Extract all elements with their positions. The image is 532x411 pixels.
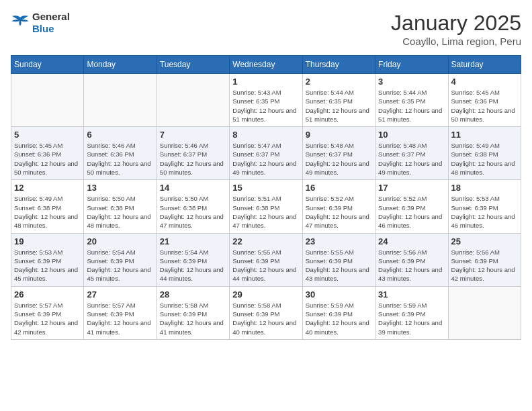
day-info: Sunrise: 5:56 AMSunset: 6:39 PMDaylight:… bbox=[451, 248, 518, 283]
day-info: Sunrise: 5:58 AMSunset: 6:39 PMDaylight:… bbox=[232, 301, 299, 336]
logo-text: General Blue bbox=[32, 11, 70, 35]
day-info: Sunrise: 5:44 AMSunset: 6:35 PMDaylight:… bbox=[378, 88, 445, 124]
day-info: Sunrise: 5:46 AMSunset: 6:36 PMDaylight:… bbox=[87, 141, 153, 177]
day-info: Sunrise: 5:53 AMSunset: 6:39 PMDaylight:… bbox=[14, 248, 81, 283]
day-number: 27 bbox=[87, 289, 153, 300]
day-number: 3 bbox=[378, 77, 445, 87]
calendar-week-row: 19Sunrise: 5:53 AMSunset: 6:39 PMDayligh… bbox=[11, 233, 521, 286]
weekday-header: Friday bbox=[375, 56, 448, 74]
calendar-cell: 6Sunrise: 5:46 AMSunset: 6:36 PMDaylight… bbox=[84, 127, 157, 180]
calendar-cell: 25Sunrise: 5:56 AMSunset: 6:39 PMDayligh… bbox=[448, 233, 521, 286]
calendar-week-row: 5Sunrise: 5:45 AMSunset: 6:36 PMDaylight… bbox=[11, 127, 521, 180]
calendar-cell: 15Sunrise: 5:51 AMSunset: 6:38 PMDayligh… bbox=[230, 180, 302, 233]
day-number: 10 bbox=[378, 130, 445, 140]
day-info: Sunrise: 5:47 AMSunset: 6:37 PMDaylight:… bbox=[232, 141, 299, 177]
day-number: 14 bbox=[160, 183, 226, 193]
calendar-cell: 4Sunrise: 5:45 AMSunset: 6:36 PMDaylight… bbox=[448, 74, 521, 127]
calendar-cell: 9Sunrise: 5:48 AMSunset: 6:37 PMDaylight… bbox=[302, 127, 375, 180]
day-info: Sunrise: 5:53 AMSunset: 6:39 PMDaylight:… bbox=[451, 194, 518, 230]
calendar-cell bbox=[11, 74, 84, 127]
calendar-cell: 2Sunrise: 5:44 AMSunset: 6:35 PMDaylight… bbox=[302, 74, 375, 127]
day-info: Sunrise: 5:51 AMSunset: 6:38 PMDaylight:… bbox=[232, 194, 299, 230]
day-info: Sunrise: 5:58 AMSunset: 6:39 PMDaylight:… bbox=[160, 301, 226, 336]
calendar-cell: 27Sunrise: 5:57 AMSunset: 6:39 PMDayligh… bbox=[84, 286, 157, 339]
day-info: Sunrise: 5:56 AMSunset: 6:39 PMDaylight:… bbox=[378, 248, 445, 283]
calendar-cell: 7Sunrise: 5:46 AMSunset: 6:37 PMDaylight… bbox=[157, 127, 229, 180]
day-info: Sunrise: 5:49 AMSunset: 6:38 PMDaylight:… bbox=[451, 141, 518, 177]
day-info: Sunrise: 5:49 AMSunset: 6:38 PMDaylight:… bbox=[14, 194, 81, 230]
day-info: Sunrise: 5:45 AMSunset: 6:36 PMDaylight:… bbox=[14, 141, 81, 177]
day-number: 16 bbox=[306, 183, 372, 193]
logo-general: General bbox=[32, 11, 70, 22]
weekday-header: Thursday bbox=[302, 56, 375, 74]
weekday-header: Tuesday bbox=[157, 56, 229, 74]
day-info: Sunrise: 5:48 AMSunset: 6:37 PMDaylight:… bbox=[306, 141, 372, 177]
day-number: 20 bbox=[87, 236, 153, 246]
calendar-cell: 19Sunrise: 5:53 AMSunset: 6:39 PMDayligh… bbox=[11, 233, 84, 286]
calendar-cell: 3Sunrise: 5:44 AMSunset: 6:35 PMDaylight… bbox=[375, 74, 448, 127]
day-info: Sunrise: 5:55 AMSunset: 6:39 PMDaylight:… bbox=[232, 248, 299, 283]
calendar-cell: 23Sunrise: 5:55 AMSunset: 6:39 PMDayligh… bbox=[302, 233, 375, 286]
calendar-cell: 14Sunrise: 5:50 AMSunset: 6:38 PMDayligh… bbox=[157, 180, 229, 233]
calendar-cell: 1Sunrise: 5:43 AMSunset: 6:35 PMDaylight… bbox=[230, 74, 302, 127]
day-number: 22 bbox=[232, 236, 299, 246]
logo-icon bbox=[11, 15, 30, 31]
day-number: 15 bbox=[232, 183, 299, 193]
calendar-week-row: 1Sunrise: 5:43 AMSunset: 6:35 PMDaylight… bbox=[11, 74, 521, 127]
calendar-week-row: 12Sunrise: 5:49 AMSunset: 6:38 PMDayligh… bbox=[11, 180, 521, 233]
day-info: Sunrise: 5:43 AMSunset: 6:35 PMDaylight:… bbox=[232, 88, 299, 124]
day-number: 11 bbox=[451, 130, 518, 140]
calendar-cell: 8Sunrise: 5:47 AMSunset: 6:37 PMDaylight… bbox=[230, 127, 302, 180]
logo-blue: Blue bbox=[32, 23, 54, 34]
day-info: Sunrise: 5:57 AMSunset: 6:39 PMDaylight:… bbox=[14, 301, 81, 336]
month-title: January 2025 bbox=[391, 11, 521, 36]
day-info: Sunrise: 5:52 AMSunset: 6:39 PMDaylight:… bbox=[306, 194, 372, 230]
calendar-cell: 5Sunrise: 5:45 AMSunset: 6:36 PMDaylight… bbox=[11, 127, 84, 180]
day-number: 4 bbox=[451, 77, 518, 87]
day-number: 26 bbox=[14, 289, 81, 300]
day-number: 7 bbox=[160, 130, 226, 140]
day-info: Sunrise: 5:59 AMSunset: 6:39 PMDaylight:… bbox=[306, 301, 372, 336]
calendar-cell: 13Sunrise: 5:50 AMSunset: 6:38 PMDayligh… bbox=[84, 180, 157, 233]
calendar-cell: 18Sunrise: 5:53 AMSunset: 6:39 PMDayligh… bbox=[448, 180, 521, 233]
day-info: Sunrise: 5:46 AMSunset: 6:37 PMDaylight:… bbox=[160, 141, 226, 177]
day-number: 13 bbox=[87, 183, 153, 193]
day-number: 17 bbox=[378, 183, 445, 193]
day-number: 21 bbox=[160, 236, 226, 246]
weekday-header: Monday bbox=[84, 56, 157, 74]
day-number: 31 bbox=[378, 289, 445, 300]
page-header: General Blue January 2025 Coayllo, Lima … bbox=[11, 11, 521, 47]
calendar-cell: 26Sunrise: 5:57 AMSunset: 6:39 PMDayligh… bbox=[11, 286, 84, 339]
calendar-cell: 22Sunrise: 5:55 AMSunset: 6:39 PMDayligh… bbox=[230, 233, 302, 286]
day-number: 5 bbox=[14, 130, 81, 140]
day-number: 6 bbox=[87, 130, 153, 140]
day-info: Sunrise: 5:45 AMSunset: 6:36 PMDaylight:… bbox=[451, 88, 518, 124]
day-info: Sunrise: 5:54 AMSunset: 6:39 PMDaylight:… bbox=[87, 248, 153, 283]
day-number: 12 bbox=[14, 183, 81, 193]
day-number: 1 bbox=[232, 77, 299, 87]
calendar-week-row: 26Sunrise: 5:57 AMSunset: 6:39 PMDayligh… bbox=[11, 286, 521, 339]
day-info: Sunrise: 5:54 AMSunset: 6:39 PMDaylight:… bbox=[160, 248, 226, 283]
title-block: January 2025 Coayllo, Lima region, Peru bbox=[391, 11, 521, 47]
day-info: Sunrise: 5:44 AMSunset: 6:35 PMDaylight:… bbox=[306, 88, 372, 124]
calendar-table: SundayMondayTuesdayWednesdayThursdayFrid… bbox=[11, 55, 521, 340]
weekday-header: Saturday bbox=[448, 56, 521, 74]
day-info: Sunrise: 5:59 AMSunset: 6:39 PMDaylight:… bbox=[378, 301, 445, 336]
day-number: 30 bbox=[306, 289, 372, 300]
calendar-cell: 28Sunrise: 5:58 AMSunset: 6:39 PMDayligh… bbox=[157, 286, 229, 339]
day-number: 8 bbox=[232, 130, 299, 140]
calendar-cell: 29Sunrise: 5:58 AMSunset: 6:39 PMDayligh… bbox=[230, 286, 302, 339]
calendar-cell: 31Sunrise: 5:59 AMSunset: 6:39 PMDayligh… bbox=[375, 286, 448, 339]
calendar-cell: 11Sunrise: 5:49 AMSunset: 6:38 PMDayligh… bbox=[448, 127, 521, 180]
day-number: 24 bbox=[378, 236, 445, 246]
calendar-cell bbox=[448, 286, 521, 339]
day-number: 25 bbox=[451, 236, 518, 246]
day-number: 19 bbox=[14, 236, 81, 246]
calendar-cell: 21Sunrise: 5:54 AMSunset: 6:39 PMDayligh… bbox=[157, 233, 229, 286]
day-info: Sunrise: 5:57 AMSunset: 6:39 PMDaylight:… bbox=[87, 301, 153, 336]
calendar-cell: 10Sunrise: 5:48 AMSunset: 6:37 PMDayligh… bbox=[375, 127, 448, 180]
day-number: 23 bbox=[306, 236, 372, 246]
day-info: Sunrise: 5:48 AMSunset: 6:37 PMDaylight:… bbox=[378, 141, 445, 177]
day-number: 29 bbox=[232, 289, 299, 300]
logo: General Blue bbox=[11, 11, 70, 35]
